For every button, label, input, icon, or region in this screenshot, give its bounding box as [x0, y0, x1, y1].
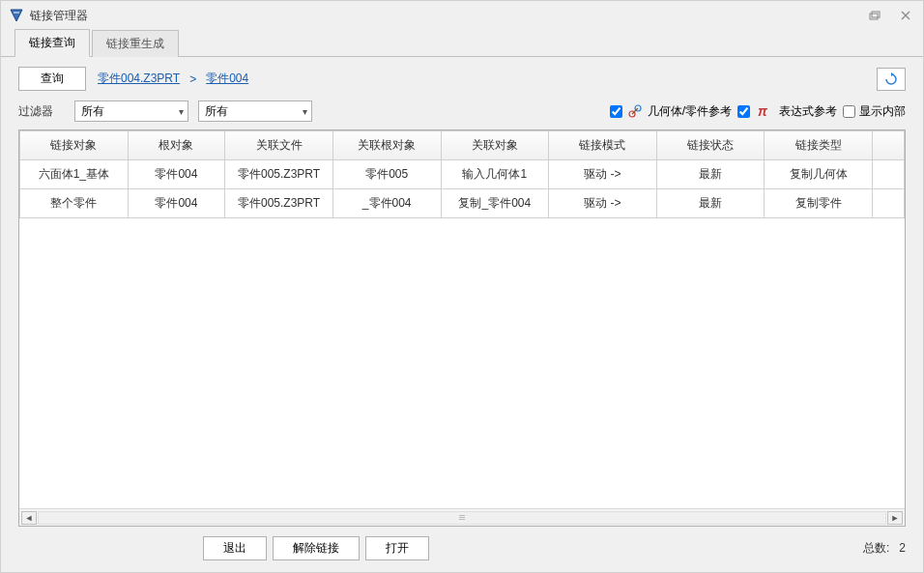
filter-dropdown-2[interactable]: 所有 ▾	[198, 100, 312, 122]
breadcrumb-item-1[interactable]: 零件004.Z3PRT	[98, 71, 180, 87]
filter-dropdown-1[interactable]: 所有 ▾	[74, 100, 188, 122]
exit-button[interactable]: 退出	[203, 536, 267, 560]
tabs: 链接查询 链接重生成	[1, 30, 923, 57]
link-table: 链接对象 根对象 关联文件 关联根对象 关联对象 链接模式 链接状态 链接类型 …	[19, 130, 905, 218]
pi-icon: π	[754, 102, 771, 120]
col-link-mode[interactable]: 链接模式	[549, 131, 657, 160]
table-row[interactable]: 六面体1_基体 零件004 零件005.Z3PRT 零件005 输入几何体1 驱…	[20, 160, 905, 189]
col-root-obj[interactable]: 根对象	[128, 131, 225, 160]
cell: 零件004	[128, 160, 225, 189]
scroll-track[interactable]	[38, 511, 886, 525]
table-row[interactable]: 整个零件 零件004 零件005.Z3PRT _零件004 复制_零件004 驱…	[20, 189, 905, 218]
open-button[interactable]: 打开	[365, 536, 429, 560]
cell: 最新	[656, 160, 765, 189]
check-expr[interactable]: π 表达式参考	[737, 102, 837, 120]
filter-dd1-value: 所有	[81, 103, 104, 120]
scroll-left-icon[interactable]: ◄	[21, 511, 37, 525]
cell	[873, 160, 905, 189]
check-group: 几何体/零件参考 π 表达式参考 显示内部	[610, 102, 906, 120]
close-button[interactable]	[896, 6, 915, 25]
footer-buttons: 退出 解除链接 打开	[203, 536, 429, 560]
check-geom[interactable]: 几何体/零件参考	[610, 102, 732, 120]
svg-rect-1	[872, 12, 880, 17]
cell: 驱动 ->	[549, 160, 657, 189]
content: 链接对象 根对象 关联文件 关联根对象 关联对象 链接模式 链接状态 链接类型 …	[1, 129, 923, 527]
svg-rect-0	[870, 14, 878, 19]
col-spacer	[873, 131, 905, 160]
chevron-down-icon: ▾	[179, 106, 184, 117]
unlink-button[interactable]: 解除链接	[273, 536, 360, 560]
filter-row: 过滤器 所有 ▾ 所有 ▾ 几何体/零件参考 π 表达式参考	[1, 97, 923, 129]
breadcrumb-sep: >	[189, 72, 196, 86]
check-internal-box[interactable]	[843, 105, 855, 118]
cell: 整个零件	[20, 189, 129, 218]
check-expr-label: 表达式参考	[779, 103, 837, 120]
table-container: 链接对象 根对象 关联文件 关联根对象 关联对象 链接模式 链接状态 链接类型 …	[18, 129, 906, 527]
footer: 退出 解除链接 打开 总数: 2	[1, 527, 923, 572]
cell: 驱动 ->	[549, 189, 657, 218]
filter-dd2-value: 所有	[205, 103, 228, 120]
table-empty-area	[19, 218, 905, 508]
chevron-down-icon: ▾	[303, 106, 307, 117]
query-button[interactable]: 查询	[18, 67, 86, 91]
cell: 复制_零件004	[441, 189, 549, 218]
total-label: 总数:	[863, 541, 889, 555]
titlebar: 链接管理器	[1, 1, 923, 30]
cell: 六面体1_基体	[20, 160, 129, 189]
tab-link-query[interactable]: 链接查询	[14, 29, 90, 57]
breadcrumb: 零件004.Z3PRT > 零件004	[98, 71, 248, 87]
cell: 零件005	[332, 160, 441, 189]
horizontal-scrollbar[interactable]: ◄ ►	[19, 508, 905, 526]
refresh-button[interactable]	[877, 68, 906, 91]
total-value: 2	[899, 541, 906, 555]
geom-icon	[626, 102, 644, 120]
col-link-status[interactable]: 链接状态	[656, 131, 765, 160]
col-assoc-file[interactable]: 关联文件	[225, 131, 333, 160]
window: 链接管理器 链接查询 链接重生成 查询 零件004.Z3PRT > 零件004 …	[0, 0, 924, 573]
breadcrumb-item-2[interactable]: 零件004	[206, 71, 248, 87]
cell: 复制几何体	[765, 160, 873, 189]
scroll-right-icon[interactable]: ►	[887, 511, 903, 525]
check-internal-label: 显示内部	[859, 103, 906, 120]
window-buttons	[865, 6, 915, 25]
col-assoc-obj[interactable]: 关联对象	[441, 131, 549, 160]
cell: 零件005.Z3PRT	[225, 189, 333, 218]
filter-label: 过滤器	[18, 103, 53, 120]
tab-link-regen[interactable]: 链接重生成	[92, 30, 179, 57]
check-expr-box[interactable]	[737, 105, 750, 118]
col-link-obj[interactable]: 链接对象	[20, 131, 129, 160]
restore-button[interactable]	[865, 6, 884, 25]
cell: _零件004	[332, 189, 441, 218]
cell: 输入几何体1	[441, 160, 549, 189]
total-count: 总数: 2	[863, 540, 906, 557]
table-header-row: 链接对象 根对象 关联文件 关联根对象 关联对象 链接模式 链接状态 链接类型	[20, 131, 905, 160]
toolbar: 查询 零件004.Z3PRT > 零件004	[1, 57, 923, 97]
col-assoc-root[interactable]: 关联根对象	[332, 131, 441, 160]
app-icon	[9, 8, 24, 23]
cell	[873, 189, 905, 218]
cell: 复制零件	[765, 189, 873, 218]
col-link-type[interactable]: 链接类型	[765, 131, 873, 160]
cell: 零件004	[128, 189, 225, 218]
check-internal[interactable]: 显示内部	[843, 103, 906, 120]
window-title: 链接管理器	[30, 8, 865, 24]
check-geom-label: 几何体/零件参考	[648, 103, 732, 120]
check-geom-box[interactable]	[610, 105, 622, 118]
cell: 零件005.Z3PRT	[225, 160, 333, 189]
cell: 最新	[656, 189, 765, 218]
